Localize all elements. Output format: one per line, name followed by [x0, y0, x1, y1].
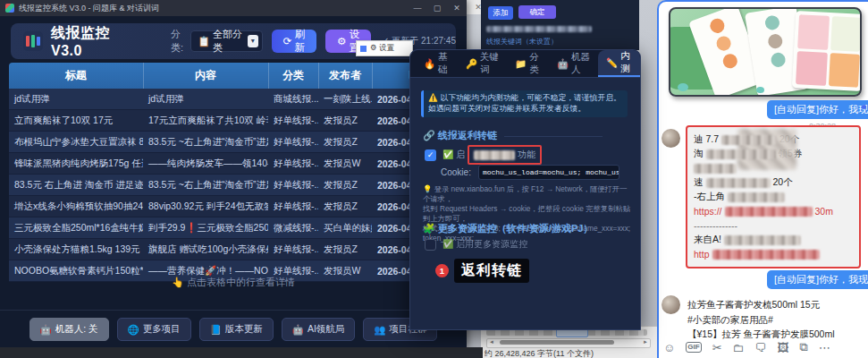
table-header-row: 标题 内容 分类 发布者 时间: [9, 63, 467, 89]
toolbar-icon[interactable]: ⧉: [800, 340, 808, 354]
cell-content: 88vip30.92元 到手24包无敌签4.48...: [143, 196, 268, 217]
maximize-icon[interactable]: ▢: [427, 0, 447, 16]
toolbar-icon[interactable]: ☺: [663, 341, 675, 354]
beta-warning: ⚠️ 以下功能均为内测功能，可能不稳定，请谨慎开启。 如遇问题可关闭对应功能并联…: [421, 90, 628, 117]
cell-content: 旗舰店 赠试吃100g小壳涤保处方猫粮...: [143, 239, 268, 260]
link-icon: 🔗: [423, 130, 435, 141]
table-row[interactable]: 增达x线条小狗棉预软抽90抽24包 ... 88vip30.92元 到手24包无…: [9, 196, 467, 217]
masked-hint-text: [486, 24, 592, 32]
refresh-icon: ⟳: [283, 35, 292, 47]
keyword-panel-fragment: 添加 确定 线报关键词（未设置）: [481, 0, 639, 50]
ai-nav-button[interactable]: 🤖 AI领航局: [282, 318, 356, 341]
toolbar-icon[interactable]: ✂: [712, 341, 722, 354]
scrollbar-thumb[interactable]: [500, 340, 614, 345]
book-icon: 📘: [210, 324, 222, 336]
confirm-button[interactable]: 确定: [518, 5, 556, 19]
cell-title: 小壳涤保处方猫粮1.5kg 139元: [9, 239, 143, 260]
cell-publisher: 发报员Z: [318, 132, 372, 153]
more-resources-row: ✅ 启用更多资源监控: [425, 238, 527, 251]
table-row[interactable]: 小壳涤保处方猫粮1.5kg 139元 旗舰店 赠试吃100g小壳涤保处方猫粮..…: [9, 239, 467, 260]
more-projects-button[interactable]: 🌐 更多项目: [117, 318, 191, 341]
tab-robot[interactable]: 🤖 机器人: [549, 50, 598, 77]
table-row[interactable]: 立而爽船袜了10双 17元 17元立而爽船袜了共10双 岭李恤后石... 好单线…: [9, 110, 467, 132]
window-title: 线报监控系统 V3.0 - 问题库 & 对话训词: [19, 3, 159, 14]
category-label: 分类:: [171, 28, 185, 55]
table-row[interactable]: 三元极致全脂250ml*16盒纯牛奶 29... 到手29.9❗三元极致全脂25…: [9, 217, 467, 239]
annotation-redbox: 功能: [468, 145, 542, 165]
tab-beta[interactable]: ✏️ 内测: [598, 50, 640, 77]
cell-title: jd试用弹: [9, 89, 143, 110]
cell-title: 立而爽船袜了10双 17元: [9, 110, 143, 132]
cell-title: 三元极致全脂250ml*16盒纯牛奶 29...: [9, 217, 143, 239]
gear-icon: ⚙: [337, 35, 346, 47]
cookie-input[interactable]: mochu_us_load=mochu_us; mochu_us_notice: [478, 165, 619, 180]
cell-title: 83.5元 右上角进 淘金币 进足迹拍 有...: [9, 175, 143, 196]
deals-table: 标题 内容 分类 发布者 时间 jd试用弹 jd试用弹 商城线报... 一刻陕上…: [9, 63, 467, 282]
image-prop: [756, 87, 764, 93]
checkbox-rebate[interactable]: ✓: [425, 149, 436, 161]
tab-keywords[interactable]: 🔑 关键词: [458, 50, 507, 77]
horizontal-scrollbar[interactable]: ◄ ►: [486, 338, 651, 348]
cell-category: 商城线报...: [268, 89, 318, 110]
clipboard-icon: 📋: [198, 36, 210, 47]
key-icon: 🔑: [466, 58, 477, 70]
robot-icon: 🤖: [557, 58, 569, 70]
main-titlebar[interactable]: 线报监控系统 V3.0 - 问题库 & 对话训词: [0, 0, 467, 16]
scroll-right-icon[interactable]: ►: [643, 339, 648, 345]
chat-image-message[interactable]: [669, 7, 862, 97]
auto-reply-bubble[interactable]: [自动回复]你好，我现: [767, 100, 868, 119]
chat-window: [自动回复]你好，我现 0:30:28 迪 7.720个 淘领5券 速20个 -…: [657, 0, 868, 358]
category-value: 全部分类: [213, 28, 248, 55]
checkbox-more-resources[interactable]: [425, 239, 436, 251]
cell-title: 布根坞山宁参冰垫大豆置凉袜 83.5元: [9, 132, 143, 153]
table-row[interactable]: 83.5元 右上角进 淘金币 进足迹拍 有... 83.5元 ~右上角进“淘金币…: [9, 175, 467, 196]
avatar[interactable]: [662, 129, 680, 148]
cell-category: 好单线报-...: [268, 175, 318, 196]
settings-dialog: 🔥 基础 🔑 关键词 📁 分类 🤖 机器人 ✏️ 内测 ⚠️ 以下功能均为内测功…: [409, 49, 641, 330]
dialog-tabs: 🔥 基础 🔑 关键词 📁 分类 🤖 机器人 ✏️ 内测: [410, 50, 640, 78]
cell-publisher: 发报员Z: [318, 110, 372, 132]
tab-category[interactable]: 📁 分类: [507, 50, 549, 77]
table-row[interactable]: 布根坞山宁参冰垫大豆置凉袜 83.5元 83.5元 ~右上角进“淘金币”进足迹.…: [9, 132, 467, 153]
annotation-callout: 1 返利转链: [435, 259, 529, 283]
cell-content: 到手29.9❗三元极致全脂250ml*16...: [143, 217, 268, 239]
close-icon[interactable]: ✕: [447, 0, 467, 16]
col-category[interactable]: 分类: [268, 63, 318, 89]
chevron-down-icon: ▾: [248, 35, 258, 47]
cell-category: 好单线报-...: [268, 239, 318, 260]
col-content[interactable]: 内容: [143, 63, 268, 89]
toolbar-icon[interactable]: 🖼: [778, 341, 789, 354]
cell-category: 微减线报-...: [268, 217, 318, 239]
deal-message-bubble[interactable]: 迪 7.720个 淘领5券 速20个 -右上角 https://30m ----…: [686, 125, 861, 268]
avatar[interactable]: [662, 295, 680, 314]
category-select[interactable]: 📋 全部分类 ▾: [190, 30, 263, 52]
cell-publisher: 发报员Z: [318, 196, 372, 217]
toolbar-icon[interactable]: ⋯: [819, 341, 830, 354]
rebate-enable-row: ✓ ✅ 启 功能: [425, 145, 542, 165]
tab-basic[interactable]: 🔥 基础: [416, 50, 458, 77]
flame-icon: 🔥: [424, 58, 435, 70]
cell-publisher: 一刻陕上线...: [318, 89, 372, 110]
version-update-button[interactable]: 📘 版本更新: [199, 318, 274, 341]
scroll-left-icon[interactable]: ◄: [489, 339, 494, 345]
auto-reply-bubble[interactable]: [自动回复]你好，我现: [767, 270, 868, 289]
table-row[interactable]: 锋味派黑猪肉纯肉烤肠175g 任选5件... ——纯肉烤肠发车——领140-60…: [9, 153, 467, 175]
cell-content: 17元立而爽船袜了共10双 岭李恤后石...: [143, 110, 268, 132]
cookie-row: Cookie: mochu_us_load=mochu_us; mochu_us…: [441, 165, 619, 180]
toolbar-icon[interactable]: 🗨: [755, 341, 767, 354]
add-button[interactable]: 添加: [488, 6, 513, 20]
toolbar-icon[interactable]: GIF: [686, 342, 701, 353]
cell-content: ——纯肉烤肠发车——领140-60补...: [143, 153, 268, 175]
col-title[interactable]: 标题: [9, 63, 143, 89]
cell-publisher: 发报员W: [318, 153, 372, 175]
toolbar-icon[interactable]: 🗀: [733, 341, 745, 354]
robot-toggle-button[interactable]: 🤖 机器人: 关: [29, 318, 109, 341]
product-message[interactable]: 拉芳鱼子酱膏护发梳500ml 15元 #小卖部の家居用品# 【¥15】拉芳 鱼子…: [687, 297, 835, 342]
minimize-icon[interactable]: —: [408, 0, 427, 16]
divider: [0, 310, 467, 311]
annotation-badge: 1: [435, 264, 449, 277]
table-row[interactable]: jd试用弹 jd试用弹 商城线报... 一刻陕上线... 2026-04-22 …: [9, 89, 467, 110]
cell-publisher: 发报员Z: [318, 239, 372, 260]
refresh-button[interactable]: ⟳ 刷新: [272, 30, 316, 53]
col-publisher[interactable]: 发布者: [318, 63, 372, 89]
